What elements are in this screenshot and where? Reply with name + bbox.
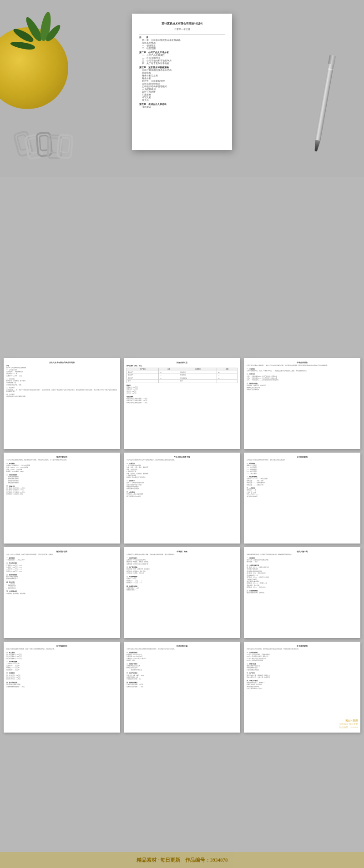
doc-toc-item-4: 二、经营范围 xyxy=(139,47,225,50)
sub-doc-3-title: 市场分析报告 xyxy=(247,362,358,364)
plant-decoration xyxy=(0,0,91,91)
doc-toc-item-11: 财务分析汇总表 xyxy=(139,75,225,77)
sub-doc-1: 某某人技术有限公司商业计划书 序言 第一章 公司基本情况及发展战略 一、公司基本… xyxy=(4,358,120,449)
sub-doc-2: 财务分析汇总 资产负债表（单位：万元） 资产项目金额负债项目金额 流动资产xxx… xyxy=(124,358,240,449)
doc-toc-item-14: 公司运营管理模式 xyxy=(139,83,225,85)
doc-toc-item-21: 项目建议 xyxy=(139,106,225,108)
bottom-bar-left: 精品素材 xyxy=(136,857,157,863)
sub-doc-3-content: 公司产品主要面向企业级用户，提供全方位的信息化解决方案。经过深入的市场调研，我们… xyxy=(247,365,358,391)
doc-main-title: 某计算机技术有限公司商业计划书 xyxy=(139,22,225,26)
sub-doc-5-content: 本公司提供全面的软件产品和专业的技术服务，满足不同规模企业的信息化需求。 一、主… xyxy=(126,459,238,497)
main-document: 某计算机技术有限公司商业计划书 二零零一年三月 目 录 第一章 公司基本情况及未… xyxy=(132,14,232,150)
sub-doc-4: 技术方案说明 本公司采用先进的技术架构，确保系统的高可靠性、高性能和高安全性。以… xyxy=(4,453,120,544)
sub-doc-10-content: 根据公司发展战略和市场预测，制定了未来三年的财务预测方案，供投资者参考。 一、收… xyxy=(6,649,117,688)
doc-toc-item-10: 研发流程 xyxy=(139,72,225,74)
sub-doc-8-title: 市场推广策略 xyxy=(126,551,238,553)
sub-doc-8: 市场推广策略 公司制定了全面系统的市场推广策略，旨在快速占领市场份额，建立品牌影… xyxy=(124,547,240,638)
sub-doc-1-content: 序言 第一章 公司基本情况及发展战略 一、公司基本情况 公司名称：XX科技有限公… xyxy=(6,365,117,398)
sub-doc-12: 补充说明材料 本部分提供公司发展历程、荣誉奖项及未来规划的详细说明，帮助投资者全… xyxy=(244,642,360,733)
sub-doc-9: 项目实施计划 为确保项目顺利推进，公司制定了详细的实施计划，明确各阶段目标和任务… xyxy=(244,547,360,638)
sub-doc-10: 财务预测报告 根据公司发展战略和市场预测，制定了未来三年的财务预测方案，供投资者… xyxy=(4,642,120,733)
bottom-bar-text: 精品素材 · 每日更新 作品编号：3934878 xyxy=(136,857,228,863)
sub-doc-6: 公司组织架构 公司建立了科学完善的组织管理体系，确保各项业务的高效运转。 一、组… xyxy=(244,453,360,544)
doc-toc-item-17: 软件开发思维 xyxy=(139,91,225,93)
sub-doc-10-title: 财务预测报告 xyxy=(6,645,117,647)
sub-doc-11: 附件材料汇编 本附件包含公司相关资质证明材料和重要合同文件，作为商业计划书的补充… xyxy=(124,642,240,733)
sub-doc-2-title: 财务分析汇总 xyxy=(126,362,238,364)
doc-toc-item-16: 人员配置规划 xyxy=(139,88,225,90)
top-decorative-area: 某计算机技术有限公司商业计划书 二零零一年三月 目 录 第一章 公司基本情况及未… xyxy=(0,0,364,177)
sub-doc-11-title: 附件材料汇编 xyxy=(126,645,238,647)
sub-doc-7-title: 融资需求说明 xyxy=(6,551,117,553)
sub-doc-4-title: 技术方案说明 xyxy=(6,456,117,458)
doc-toc-item-8: 四、关于对于竞争对手分析 xyxy=(139,62,225,65)
doc-toc-header: 目 录 xyxy=(139,36,225,39)
doc-toc-item-13: 附件甲 公司章程管理 xyxy=(139,80,225,82)
sub-doc-7-content: 为进一步扩大公司规模，加快产品研发和市场拓展，公司计划进行新一轮融资。 一、融资… xyxy=(6,554,117,594)
sub-doc-9-content: 为确保项目顺利推进，公司制定了详细的实施计划，明确各阶段目标和任务。 一、项目概… xyxy=(247,554,358,594)
doc-toc-ch2: 第二章 公司产品及市场分析 xyxy=(139,51,225,54)
bottom-bar-right: 每日更新 xyxy=(160,857,180,863)
doc-toc-item-20: 等大小 xyxy=(139,99,225,101)
bottom-bar-separator: · xyxy=(157,857,159,863)
sub-doc-5: 产品介绍及服务方案 本公司提供全面的软件产品和专业的技术服务，满足不同规模企业的… xyxy=(124,453,240,544)
doc-toc-item-3: 一、创业背景 xyxy=(139,45,225,47)
bottom-bar-id: 作品编号：3934878 xyxy=(185,857,228,863)
doc-toc-ch5: 第五章 促成合办人和进出 xyxy=(139,103,225,105)
sub-doc-12-title: 补充说明材料 xyxy=(247,645,358,647)
doc-toc-item-18: 印度策略 xyxy=(139,94,225,96)
pen-decoration xyxy=(314,55,336,145)
sub-doc-6-title: 公司组织架构 xyxy=(247,456,358,458)
sub-doc-11-content: 本附件包含公司相关资质证明材料和重要合同文件，作为商业计划书的补充说明。 一、营… xyxy=(126,649,238,688)
doc-toc-item-1: 第一章 公司基本情况及未来发展战略 xyxy=(139,39,225,41)
paperclips-decoration xyxy=(9,130,91,164)
doc-toc-item-12: 财务分析 xyxy=(139,77,225,80)
doc-toc-item-15: 公司组织结构和管理模式 xyxy=(139,85,225,88)
doc-subtitle: 二零零一年三月 xyxy=(139,28,225,30)
sub-doc-2-content: 资产负债表（单位：万元） 资产项目金额负债项目金额 流动资产xxx流动负债xxx… xyxy=(126,365,238,404)
sub-doc-4-content: 本公司采用先进的技术架构，确保系统的高可靠性、高性能和高安全性。以下是详细的技术… xyxy=(6,459,117,495)
documents-grid: 某某人技术有限公司商业计划书 序言 第一章 公司基本情况及发展战略 一、公司基本… xyxy=(0,354,364,736)
doc-toc-item-7: 三、公司市场性和市场竞争力 xyxy=(139,60,225,62)
sub-doc-8-content: 公司制定了全面系统的市场推广策略，旨在快速占领市场份额，建立品牌影响力。 一、目… xyxy=(126,554,238,591)
sub-doc-6-content: 公司建立了科学完善的组织管理体系，确保各项业务的高效运转。 一、组织结构 董事会… xyxy=(247,459,358,497)
doc-toc-ch3: 第三章 波音营业和服务策略 xyxy=(139,66,225,69)
sub-doc-5-title: 产品介绍及服务方案 xyxy=(126,456,238,458)
sub-doc-7: 融资需求说明 为进一步扩大公司规模，加快产品研发和市场拓展，公司计划进行新一轮融… xyxy=(4,547,120,638)
doc-toc-item-19: 书写文档 xyxy=(139,96,225,99)
doc-toc-item-5: 一、公司产品及其属性 xyxy=(139,54,225,56)
doc-toc-item-6: 二、目前市场情况 xyxy=(139,57,225,59)
sub-doc-12-content: 本部分提供公司发展历程、荣誉奖项及未来规划的详细说明，帮助投资者全面了解公司。 … xyxy=(247,649,358,690)
bottom-watermark-bar: 精品素材 · 每日更新 作品编号：3934878 xyxy=(0,852,364,868)
doc-toc-item-2: 公司基本情况 xyxy=(139,42,225,44)
sub-doc-3: 市场分析报告 公司产品主要面向企业级用户，提供全方位的信息化解决方案。经过深入的… xyxy=(244,358,360,449)
sub-doc-9-title: 项目实施计划 xyxy=(247,551,358,553)
doc-toc-item-9: 公司打算采用的技术基本结构 xyxy=(139,69,225,71)
sub-doc-1-title: 某某人技术有限公司商业计划书 xyxy=(6,362,117,364)
